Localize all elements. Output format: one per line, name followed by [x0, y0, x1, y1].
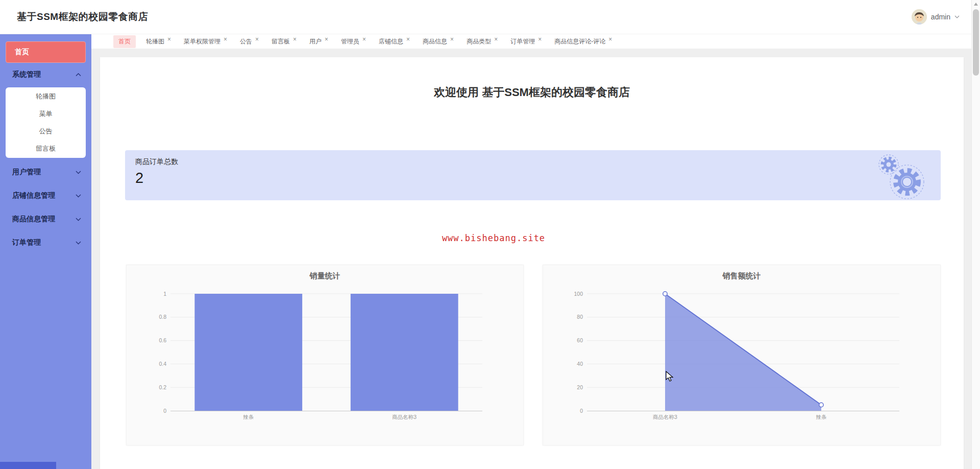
y-tick-label: 0.2 — [159, 384, 166, 390]
tab-bar: 首页轮播图×菜单权限管理×公告×留言板×用户×管理员×店铺信息×商品信息×商品类… — [91, 34, 971, 49]
tab-首页[interactable]: 首页 — [113, 35, 136, 48]
tab-label: 留言板 — [272, 37, 290, 46]
tab-label: 店铺信息 — [379, 37, 403, 46]
tab-label: 商品信息 — [423, 37, 447, 46]
tab-label: 商品信息评论-评论 — [554, 37, 605, 46]
tab-label: 订单管理 — [510, 37, 535, 46]
tab-label: 首页 — [118, 37, 131, 46]
vertical-scrollbar[interactable] — [971, 0, 980, 469]
y-tick-label: 80 — [577, 314, 583, 320]
chevron-down-icon — [76, 171, 81, 174]
tab-公告[interactable]: 公告× — [237, 35, 261, 48]
y-tick-label: 60 — [577, 337, 583, 343]
tab-商品信息评论-评论[interactable]: 商品信息评论-评论× — [552, 35, 615, 48]
sidebar-nav: 首页系统管理轮播图菜单公告留言板用户管理店铺信息管理商品信息管理订单管理 — [0, 34, 91, 469]
order-total-value: 2 — [135, 170, 143, 186]
tab-close-icon[interactable]: × — [362, 36, 366, 42]
tab-close-icon[interactable]: × — [255, 36, 259, 42]
user-menu[interactable]: admin — [912, 9, 960, 25]
content-card: 欢迎使用 基于SSM框架的校园零食商店 商品订单总数 2 — [100, 57, 964, 469]
order-total-label: 商品订单总数 — [135, 157, 178, 167]
order-total-card: 商品订单总数 2 — [125, 150, 941, 200]
sidebar-group-订单管理[interactable]: 订单管理 — [0, 231, 91, 254]
scrollbar-thumb[interactable] — [973, 9, 979, 76]
tab-留言板[interactable]: 留言板× — [269, 35, 299, 48]
sidebar-group-label: 用户管理 — [12, 168, 41, 177]
data-point-商品名称3[interactable] — [663, 292, 667, 296]
sales-volume-chart-panel: 销量统计00.20.40.60.81辣条商品名称3 — [126, 265, 524, 445]
tab-close-icon[interactable]: × — [450, 36, 454, 42]
bar-商品名称3[interactable] — [351, 294, 458, 411]
y-tick-label: 0 — [580, 408, 583, 414]
y-tick-label: 0.8 — [159, 314, 166, 320]
welcome-heading: 欢迎使用 基于SSM框架的校园零食商店 — [100, 85, 964, 100]
tab-close-icon[interactable]: × — [406, 36, 410, 42]
tab-订单管理[interactable]: 订单管理× — [508, 35, 544, 48]
sidebar-subitem-公告[interactable]: 公告 — [6, 123, 86, 140]
user-avatar[interactable] — [912, 9, 927, 25]
tab-close-icon[interactable]: × — [224, 36, 227, 42]
sidebar-subitem-留言板[interactable]: 留言板 — [6, 140, 86, 157]
sales-revenue-chart-panel: 销售额统计020406080100商品名称3辣条 — [543, 265, 941, 445]
sidebar-group-label: 订单管理 — [12, 238, 41, 247]
sidebar-group-商品信息管理[interactable]: 商品信息管理 — [0, 207, 91, 231]
y-tick-label: 40 — [577, 361, 583, 367]
sidebar-subitem-轮播图[interactable]: 轮播图 — [6, 88, 86, 105]
y-tick-label: 0 — [163, 408, 166, 414]
avatar-face-icon — [912, 9, 927, 25]
tab-菜单权限管理[interactable]: 菜单权限管理× — [181, 35, 230, 48]
tab-用户[interactable]: 用户× — [307, 35, 331, 48]
sidebar-group-店铺信息管理[interactable]: 店铺信息管理 — [0, 184, 91, 207]
tab-label: 用户 — [309, 37, 322, 46]
sidebar-group-label: 商品信息管理 — [12, 215, 55, 224]
y-tick-label: 100 — [574, 291, 583, 297]
main-region: 欢迎使用 基于SSM框架的校园零食商店 商品订单总数 2 — [91, 49, 971, 469]
y-tick-label: 1 — [163, 291, 166, 297]
chevron-down-icon — [76, 194, 81, 198]
chart-canvas-销量统计: 00.20.40.60.81辣条商品名称3 — [127, 265, 524, 446]
sidebar-scrollbar-thumb[interactable] — [0, 462, 56, 469]
tab-管理员[interactable]: 管理员× — [338, 35, 369, 48]
tab-close-icon[interactable]: × — [494, 36, 498, 42]
scrollbar-up-arrow-icon[interactable] — [974, 3, 978, 6]
gears-icon — [874, 151, 927, 200]
x-category-label: 辣条 — [816, 414, 827, 420]
tab-店铺信息[interactable]: 店铺信息× — [376, 35, 412, 48]
sidebar-submenu: 轮播图菜单公告留言板 — [6, 87, 86, 158]
tab-close-icon[interactable]: × — [293, 36, 297, 42]
tab-close-icon[interactable]: × — [538, 36, 542, 42]
chevron-down-icon — [76, 218, 81, 221]
x-category-label: 商品名称3 — [392, 414, 416, 420]
sidebar-group-系统管理[interactable]: 系统管理 — [0, 63, 91, 86]
tab-label: 轮播图 — [146, 37, 164, 46]
tab-label: 公告 — [240, 37, 252, 46]
site-link[interactable]: www.bishebang.site — [62, 233, 925, 243]
y-tick-label: 0.4 — [159, 361, 166, 367]
y-tick-label: 20 — [577, 384, 583, 390]
tab-close-icon[interactable]: × — [167, 36, 171, 42]
chevron-down-icon — [76, 241, 81, 245]
sidebar-group-用户管理[interactable]: 用户管理 — [0, 160, 91, 184]
tab-label: 商品类型 — [467, 37, 491, 46]
sidebar-group-label: 系统管理 — [12, 70, 41, 79]
tab-close-icon[interactable]: × — [608, 36, 612, 42]
app-title: 基于SSM框架的校园零食商店 — [17, 10, 148, 24]
user-name[interactable]: admin — [931, 13, 950, 21]
sidebar-group-label: 店铺信息管理 — [12, 191, 55, 200]
sidebar-item-home[interactable]: 首页 — [6, 41, 86, 63]
sidebar-subitem-菜单[interactable]: 菜单 — [6, 105, 86, 123]
tab-轮播图[interactable]: 轮播图× — [143, 35, 174, 48]
tab-商品信息[interactable]: 商品信息× — [420, 35, 456, 48]
tab-close-icon[interactable]: × — [325, 36, 328, 42]
x-category-label: 商品名称3 — [653, 414, 677, 420]
x-category-label: 辣条 — [243, 414, 254, 420]
chevron-up-icon — [76, 73, 81, 77]
bar-辣条[interactable] — [194, 294, 302, 411]
chart-canvas-销售额统计: 020406080100商品名称3辣条 — [543, 265, 941, 446]
app-header: 基于SSM框架的校园零食商店 admin — [0, 0, 980, 34]
area-fill — [665, 294, 821, 411]
chevron-down-icon — [954, 15, 960, 18]
tab-商品类型[interactable]: 商品类型× — [464, 35, 500, 48]
tab-label: 管理员 — [341, 37, 359, 46]
data-point-辣条[interactable] — [819, 403, 823, 407]
